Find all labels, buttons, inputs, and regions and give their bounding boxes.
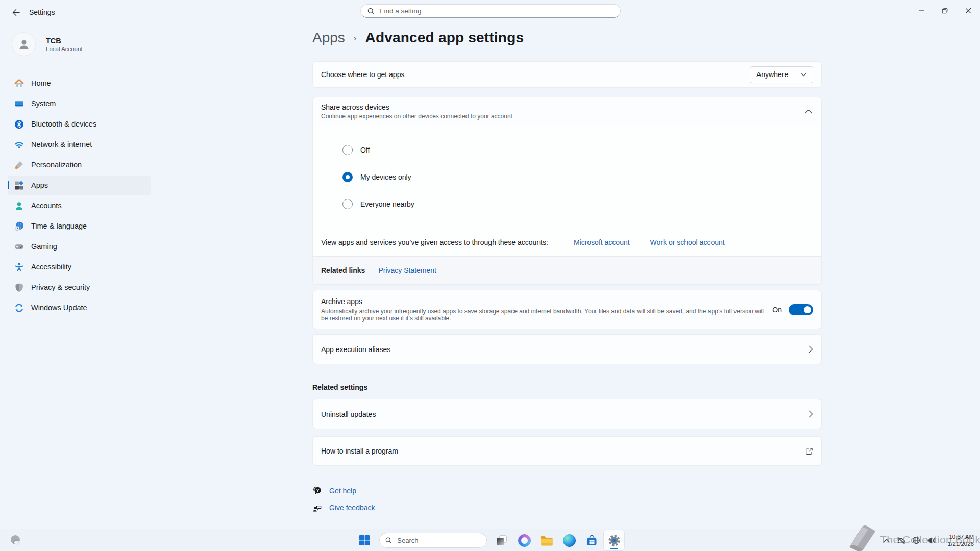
radio-label: Off [360,146,370,154]
settings-search-input[interactable] [379,7,614,15]
microsoft-store-button[interactable] [581,530,602,550]
app-execution-aliases-card[interactable]: App execution aliases [312,334,822,364]
give-feedback-link[interactable]: Give feedback [312,503,375,512]
radio-option-off[interactable]: Off [342,139,821,161]
search-icon [368,8,374,15]
share-options: Off My devices only Everyone nearby [313,126,821,228]
sidebar-item-label: System [31,99,56,108]
archive-apps-description: Automatically archive your infrequently … [321,308,766,322]
avatar [12,33,35,56]
share-subtitle: Continue app experiences on other device… [321,113,512,120]
minimize-icon [918,8,924,14]
sidebar-item-label: Bluetooth & devices [31,120,96,128]
hidden-icons-chevron-icon[interactable] [883,538,890,543]
taskbar-search-box[interactable] [379,533,487,548]
give-feedback-icon [312,503,322,512]
accounts-access-text: View apps and services you’ve given acce… [321,238,548,246]
edge-icon [563,534,576,547]
settings-search-box[interactable] [360,4,621,18]
edge-button[interactable] [559,530,579,550]
file-explorer-icon [540,535,553,546]
related-links-row: Related links Privacy Statement [313,257,821,284]
radio-option-everyone-nearby[interactable]: Everyone nearby [342,193,821,215]
sidebar-item-privacy[interactable]: Privacy & security [8,278,151,297]
sidebar-item-windows-update[interactable]: Windows Update [8,298,151,317]
search-icon [385,537,391,544]
chevron-down-icon [801,73,806,77]
sidebar-item-accounts[interactable]: Accounts [8,196,151,215]
close-button[interactable] [957,0,980,21]
share-across-devices-card: Share across devices Continue app experi… [312,97,822,285]
restore-button[interactable] [933,0,957,21]
taskbar-search-input[interactable] [396,536,481,545]
sidebar-item-gaming[interactable]: Gaming [8,237,151,256]
related-settings-heading: Related settings [312,383,368,391]
restore-icon [941,7,948,14]
task-view-button[interactable] [492,530,512,550]
widgets-weather-button[interactable] [7,533,24,547]
radio-option-my-devices[interactable]: My devices only [342,166,821,188]
uninstall-updates-card[interactable]: Uninstall updates [312,399,822,429]
get-apps-dropdown[interactable]: Anywhere [750,66,813,83]
window-title: Settings [29,8,55,16]
archive-apps-card: Archive apps Automatically archive your … [312,290,822,329]
radio-off[interactable] [342,145,353,155]
onedrive-offline-icon[interactable] [897,537,905,544]
settings-app-button[interactable] [604,530,624,550]
sidebar-item-personalization[interactable]: Personalization [8,155,151,174]
system-tray: 10:37 AM 1/21/2026 [883,529,974,551]
accessibility-icon [14,262,24,272]
tray-date: 1/21/2026 [942,540,974,547]
gaming-icon [14,242,24,252]
back-button[interactable] [7,4,24,20]
how-to-install-card[interactable]: How to install a program [312,436,822,466]
settings-gear-icon [608,534,621,547]
person-icon [17,38,31,51]
get-help-link[interactable]: ? Get help [312,486,356,495]
volume-icon[interactable] [927,537,936,544]
sidebar-item-accessibility[interactable]: Accessibility [8,257,151,277]
shield-icon [14,283,24,292]
taskbar: 10:37 AM 1/21/2026 [0,529,980,551]
chevron-right-icon [808,410,813,418]
sidebar-item-home[interactable]: Home [8,73,151,93]
tray-time: 10:37 AM [942,533,974,540]
get-apps-title: Choose where to get apps [321,70,404,79]
accounts-access-row: View apps and services you’ve given acce… [313,228,821,257]
sidebar-item-label: Apps [31,181,48,189]
clock[interactable]: 10:37 AM 1/21/2026 [942,533,974,547]
copilot-button[interactable] [514,530,534,550]
privacy-statement-link[interactable]: Privacy Statement [378,266,436,274]
give-feedback-label[interactable]: Give feedback [329,504,375,512]
radio-everyone[interactable] [342,199,353,209]
close-icon [965,8,971,14]
sidebar-item-label: Home [31,79,51,87]
share-expander-header[interactable]: Share across devices Continue app experi… [313,97,821,126]
microsoft-account-link[interactable]: Microsoft account [574,238,630,246]
chevron-up-icon[interactable] [805,109,812,114]
share-title: Share across devices [321,103,512,111]
breadcrumb-separator: › [354,33,357,43]
radio-my-devices-selected[interactable] [342,172,353,182]
archive-apps-toggle[interactable] [789,304,813,315]
network-globe-icon[interactable] [912,536,920,544]
sidebar-item-label: Network & internet [31,140,92,148]
sidebar-nav: Home System Bluetooth & devices Network … [0,72,153,318]
start-button[interactable] [354,530,375,550]
account-name: TCB [46,37,83,45]
windows-start-icon [359,535,370,546]
minimize-button[interactable] [910,0,933,21]
account-card[interactable]: TCB Local Account [12,33,83,56]
sidebar-item-network[interactable]: Network & internet [8,135,151,154]
bluetooth-icon [14,119,24,129]
breadcrumb-apps[interactable]: Apps [312,30,345,46]
sidebar-item-time-language[interactable]: Time & language [8,216,151,236]
work-school-account-link[interactable]: Work or school account [650,238,725,246]
main-content: Apps › Advanced app settings Choose wher… [312,23,822,529]
sidebar-item-apps[interactable]: Apps [8,176,151,195]
get-help-label[interactable]: Get help [329,487,356,495]
sidebar-item-bluetooth[interactable]: Bluetooth & devices [8,114,151,134]
sidebar-item-system[interactable]: System [8,94,151,113]
file-explorer-button[interactable] [536,530,557,550]
back-arrow-icon [12,8,20,17]
